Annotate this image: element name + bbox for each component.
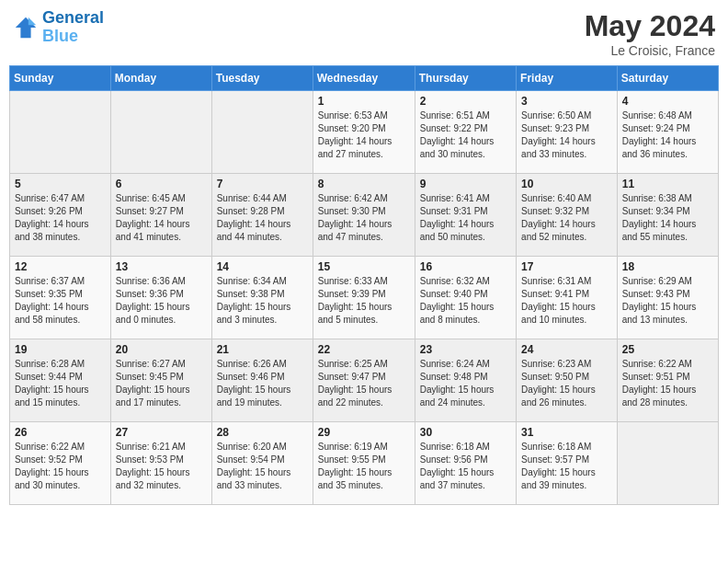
svg-marker-1 xyxy=(28,17,36,25)
calendar-cell: 29Sunrise: 6:19 AMSunset: 9:55 PMDayligh… xyxy=(313,422,415,505)
calendar-cell: 7Sunrise: 6:44 AMSunset: 9:28 PMDaylight… xyxy=(211,174,313,257)
day-number: 28 xyxy=(217,426,308,439)
day-info: Sunrise: 6:48 AMSunset: 9:24 PMDaylight:… xyxy=(622,109,713,161)
day-number: 14 xyxy=(217,260,308,273)
page-header: General Blue May 2024 Le Croisic, France xyxy=(9,9,719,58)
day-info: Sunrise: 6:24 AMSunset: 9:48 PMDaylight:… xyxy=(420,358,511,409)
day-number: 30 xyxy=(420,426,511,439)
calendar-cell: 13Sunrise: 6:36 AMSunset: 9:36 PMDayligh… xyxy=(110,257,211,339)
day-number: 6 xyxy=(116,178,207,190)
day-number: 8 xyxy=(318,178,410,190)
day-number: 20 xyxy=(116,343,207,356)
calendar-cell: 19Sunrise: 6:28 AMSunset: 9:44 PMDayligh… xyxy=(10,339,111,422)
logo-text: General Blue xyxy=(42,9,104,46)
day-number: 23 xyxy=(420,343,511,356)
day-info: Sunrise: 6:23 AMSunset: 9:50 PMDaylight:… xyxy=(521,358,612,409)
calendar-cell xyxy=(110,91,211,174)
calendar-cell: 11Sunrise: 6:38 AMSunset: 9:34 PMDayligh… xyxy=(617,174,718,257)
day-info: Sunrise: 6:25 AMSunset: 9:47 PMDaylight:… xyxy=(318,358,410,409)
day-info: Sunrise: 6:37 AMSunset: 9:35 PMDaylight:… xyxy=(15,275,106,327)
day-number: 12 xyxy=(15,260,106,273)
day-number: 21 xyxy=(217,343,308,356)
calendar-week-row: 19Sunrise: 6:28 AMSunset: 9:44 PMDayligh… xyxy=(10,339,719,422)
day-info: Sunrise: 6:19 AMSunset: 9:55 PMDaylight:… xyxy=(318,441,410,492)
day-info: Sunrise: 6:28 AMSunset: 9:44 PMDaylight:… xyxy=(15,358,106,409)
day-info: Sunrise: 6:18 AMSunset: 9:57 PMDaylight:… xyxy=(521,441,612,492)
day-number: 26 xyxy=(15,426,106,439)
calendar-cell: 8Sunrise: 6:42 AMSunset: 9:30 PMDaylight… xyxy=(313,174,415,257)
day-info: Sunrise: 6:38 AMSunset: 9:34 PMDaylight:… xyxy=(622,192,713,244)
day-number: 18 xyxy=(622,260,713,273)
calendar-cell: 20Sunrise: 6:27 AMSunset: 9:45 PMDayligh… xyxy=(110,339,211,422)
logo: General Blue xyxy=(13,9,104,46)
calendar-cell: 22Sunrise: 6:25 AMSunset: 9:47 PMDayligh… xyxy=(313,339,415,422)
calendar-cell: 16Sunrise: 6:32 AMSunset: 9:40 PMDayligh… xyxy=(415,257,516,339)
day-number: 31 xyxy=(521,426,612,439)
logo-icon xyxy=(13,15,39,40)
day-info: Sunrise: 6:33 AMSunset: 9:39 PMDaylight:… xyxy=(318,275,410,327)
calendar-cell: 27Sunrise: 6:21 AMSunset: 9:53 PMDayligh… xyxy=(110,422,211,505)
day-info: Sunrise: 6:44 AMSunset: 9:28 PMDaylight:… xyxy=(217,192,308,244)
calendar-cell: 10Sunrise: 6:40 AMSunset: 9:32 PMDayligh… xyxy=(517,174,618,257)
calendar-cell: 18Sunrise: 6:29 AMSunset: 9:43 PMDayligh… xyxy=(617,257,718,339)
day-of-week-header: Tuesday xyxy=(211,66,313,91)
day-info: Sunrise: 6:40 AMSunset: 9:32 PMDaylight:… xyxy=(521,192,612,244)
day-info: Sunrise: 6:51 AMSunset: 9:22 PMDaylight:… xyxy=(420,109,511,161)
day-number: 3 xyxy=(521,95,612,108)
calendar-week-row: 12Sunrise: 6:37 AMSunset: 9:35 PMDayligh… xyxy=(10,257,719,339)
svg-marker-0 xyxy=(16,17,36,38)
day-info: Sunrise: 6:27 AMSunset: 9:45 PMDaylight:… xyxy=(116,358,207,409)
calendar-body: 1Sunrise: 6:53 AMSunset: 9:20 PMDaylight… xyxy=(10,91,719,505)
day-header-row: SundayMondayTuesdayWednesdayThursdayFrid… xyxy=(10,66,719,91)
calendar-week-row: 5Sunrise: 6:47 AMSunset: 9:26 PMDaylight… xyxy=(10,174,719,257)
day-info: Sunrise: 6:21 AMSunset: 9:53 PMDaylight:… xyxy=(116,441,207,492)
day-info: Sunrise: 6:31 AMSunset: 9:41 PMDaylight:… xyxy=(521,275,612,327)
calendar-cell xyxy=(211,91,313,174)
calendar-cell: 1Sunrise: 6:53 AMSunset: 9:20 PMDaylight… xyxy=(313,91,415,174)
day-of-week-header: Saturday xyxy=(617,66,718,91)
day-info: Sunrise: 6:34 AMSunset: 9:38 PMDaylight:… xyxy=(217,275,308,327)
calendar-cell: 31Sunrise: 6:18 AMSunset: 9:57 PMDayligh… xyxy=(517,422,618,505)
day-number: 15 xyxy=(318,260,410,273)
calendar-cell: 17Sunrise: 6:31 AMSunset: 9:41 PMDayligh… xyxy=(517,257,618,339)
day-info: Sunrise: 6:45 AMSunset: 9:27 PMDaylight:… xyxy=(116,192,207,244)
day-info: Sunrise: 6:18 AMSunset: 9:56 PMDaylight:… xyxy=(420,441,511,492)
day-of-week-header: Wednesday xyxy=(313,66,415,91)
calendar-cell: 5Sunrise: 6:47 AMSunset: 9:26 PMDaylight… xyxy=(10,174,111,257)
day-info: Sunrise: 6:41 AMSunset: 9:31 PMDaylight:… xyxy=(420,192,511,244)
day-info: Sunrise: 6:32 AMSunset: 9:40 PMDaylight:… xyxy=(420,275,511,327)
title-block: May 2024 Le Croisic, France xyxy=(585,9,715,58)
day-number: 7 xyxy=(217,178,308,190)
calendar-cell: 15Sunrise: 6:33 AMSunset: 9:39 PMDayligh… xyxy=(313,257,415,339)
day-number: 27 xyxy=(116,426,207,439)
day-number: 29 xyxy=(318,426,410,439)
day-number: 11 xyxy=(622,178,713,190)
day-number: 25 xyxy=(622,343,713,356)
month-title: May 2024 xyxy=(585,9,715,43)
day-number: 1 xyxy=(318,95,410,108)
calendar: SundayMondayTuesdayWednesdayThursdayFrid… xyxy=(9,65,719,505)
calendar-cell: 30Sunrise: 6:18 AMSunset: 9:56 PMDayligh… xyxy=(415,422,516,505)
day-info: Sunrise: 6:20 AMSunset: 9:54 PMDaylight:… xyxy=(217,441,308,492)
day-number: 4 xyxy=(622,95,713,108)
calendar-week-row: 26Sunrise: 6:22 AMSunset: 9:52 PMDayligh… xyxy=(10,422,719,505)
day-info: Sunrise: 6:47 AMSunset: 9:26 PMDaylight:… xyxy=(15,192,106,244)
calendar-cell xyxy=(617,422,718,505)
calendar-week-row: 1Sunrise: 6:53 AMSunset: 9:20 PMDaylight… xyxy=(10,91,719,174)
day-number: 17 xyxy=(521,260,612,273)
day-number: 16 xyxy=(420,260,511,273)
calendar-header: SundayMondayTuesdayWednesdayThursdayFrid… xyxy=(10,66,719,91)
day-info: Sunrise: 6:50 AMSunset: 9:23 PMDaylight:… xyxy=(521,109,612,161)
calendar-cell: 4Sunrise: 6:48 AMSunset: 9:24 PMDaylight… xyxy=(617,91,718,174)
calendar-cell: 14Sunrise: 6:34 AMSunset: 9:38 PMDayligh… xyxy=(211,257,313,339)
calendar-cell: 12Sunrise: 6:37 AMSunset: 9:35 PMDayligh… xyxy=(10,257,111,339)
day-number: 22 xyxy=(318,343,410,356)
day-number: 24 xyxy=(521,343,612,356)
day-info: Sunrise: 6:26 AMSunset: 9:46 PMDaylight:… xyxy=(217,358,308,409)
calendar-cell xyxy=(10,91,111,174)
calendar-cell: 23Sunrise: 6:24 AMSunset: 9:48 PMDayligh… xyxy=(415,339,516,422)
day-number: 9 xyxy=(420,178,511,190)
day-number: 5 xyxy=(15,178,106,190)
day-of-week-header: Sunday xyxy=(10,66,111,91)
day-of-week-header: Monday xyxy=(110,66,211,91)
